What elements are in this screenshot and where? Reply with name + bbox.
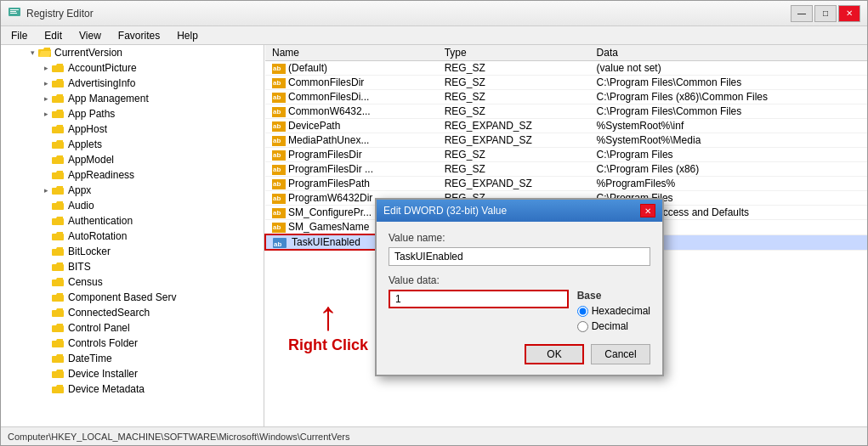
table-row[interactable]: MediaPathUnex... REG_EXPAND_SZ %SystemRo… [265, 133, 867, 148]
svg-rect-44 [52, 341, 64, 347]
tree-node-controlpanel[interactable]: Control Panel [1, 320, 264, 336]
tree-node-appreadiness[interactable]: AppReadiness [1, 167, 264, 183]
tree-label: AdvertisingInfo [68, 77, 135, 89]
tree-node-census[interactable]: Census [1, 274, 264, 290]
tree-label: Device Installer [68, 368, 138, 380]
svg-rect-3 [10, 13, 17, 14]
value-data-input[interactable] [389, 290, 569, 308]
svg-rect-48 [52, 371, 64, 378]
tree-node-appmodel[interactable]: AppModel [1, 152, 264, 167]
maximize-button[interactable]: □ [814, 5, 837, 22]
tree-label: Control Panel [68, 322, 130, 334]
hex-radio-label[interactable]: Hexadecimal [577, 305, 650, 317]
window-controls: — □ ✕ [791, 5, 860, 22]
svg-rect-16 [52, 127, 64, 133]
svg-marker-27 [52, 217, 63, 218]
svg-rect-38 [52, 295, 64, 302]
svg-rect-30 [52, 234, 64, 240]
reg-name: ProgramFilesDir [265, 148, 438, 162]
folder-icon [52, 246, 65, 257]
expand-arrow [40, 353, 52, 364]
expand-arrow [40, 93, 52, 104]
dialog-close-button[interactable]: ✕ [640, 204, 655, 217]
table-row[interactable]: CommonFilesDir REG_SZ C:\Program Files\C… [265, 76, 867, 90]
reg-data: (value not set) [590, 61, 867, 76]
dec-radio[interactable] [577, 321, 588, 332]
svg-rect-42 [52, 325, 64, 332]
status-text: Computer\HKEY_LOCAL_MACHINE\SOFTWARE\Mic… [8, 432, 349, 442]
base-label: Base [577, 290, 650, 302]
folder-icon [52, 215, 65, 227]
menu-favorites[interactable]: Favorites [111, 28, 167, 43]
base-group: Base Hexadecimal Decimal [577, 290, 650, 332]
svg-rect-46 [52, 356, 64, 363]
table-row[interactable]: ProgramFilesPath REG_EXPAND_SZ %ProgramF… [265, 177, 867, 191]
ok-button[interactable]: OK [525, 344, 584, 364]
dec-radio-label[interactable]: Decimal [577, 320, 650, 332]
tree-node-appx[interactable]: Appx [1, 183, 264, 198]
tree-node-appmanagement[interactable]: App Management [1, 91, 264, 106]
tree-node-apppaths[interactable]: App Paths [1, 106, 264, 121]
tree-label: Census [68, 276, 103, 288]
tree-node-deviceinstaller[interactable]: Device Installer [1, 366, 264, 381]
tree-label: AccountPicture [68, 62, 137, 74]
svg-marker-11 [52, 94, 63, 96]
tree-node-advertisinginfo[interactable]: AdvertisingInfo [1, 76, 264, 91]
tree-node-componentbased[interactable]: Component Based Serv [1, 290, 264, 305]
tree-node-audio[interactable]: Audio [1, 198, 264, 213]
table-row[interactable]: CommonW6432... REG_SZ C:\Program Files\C… [265, 104, 867, 119]
tree-node-applets[interactable]: Applets [1, 137, 264, 152]
close-button[interactable]: ✕ [838, 5, 860, 22]
expand-arrow [40, 261, 52, 273]
expand-arrow [40, 154, 52, 166]
tree-label: App Management [68, 93, 149, 104]
value-name-input[interactable] [389, 247, 650, 266]
folder-icon [52, 291, 65, 303]
svg-rect-18 [52, 142, 64, 149]
folder-icon [52, 383, 65, 395]
tree-node-controlsfolder[interactable]: Controls Folder [1, 336, 264, 351]
folder-icon [52, 200, 65, 212]
expand-arrow [40, 383, 52, 395]
tree-node-connectedsearch[interactable]: ConnectedSearch [1, 305, 264, 320]
hex-label: Hexadecimal [592, 305, 650, 317]
svg-rect-14 [52, 111, 64, 118]
menu-help[interactable]: Help [170, 28, 205, 43]
expand-arrow [40, 77, 52, 89]
hex-radio[interactable] [577, 306, 588, 317]
tree-node-authentication[interactable]: Authentication [1, 213, 264, 229]
tree-node-apphost[interactable]: AppHost [1, 121, 264, 137]
menu-file[interactable]: File [4, 28, 34, 43]
folder-open-icon [38, 47, 52, 59]
svg-rect-24 [52, 188, 64, 195]
folder-icon [52, 353, 65, 364]
tree-node-autorotation[interactable]: AutoRotation [1, 229, 264, 244]
tree-label: AppReadiness [68, 169, 134, 181]
dword-icon: ab [273, 238, 286, 248]
tree-node-bitlocker[interactable]: BitLocker [1, 244, 264, 259]
reg-data: %SystemRoot%\inf [590, 119, 867, 133]
svg-marker-43 [52, 339, 63, 341]
svg-rect-28 [52, 218, 64, 225]
tree-node-datetime[interactable]: DateTime [1, 351, 264, 366]
cancel-button[interactable]: Cancel [591, 344, 650, 364]
table-row[interactable]: ProgramFilesDir ... REG_SZ C:\Program Fi… [265, 162, 867, 177]
tree-node-bits[interactable]: BITS [1, 259, 264, 274]
tree-node-accountpicture[interactable]: AccountPicture [1, 60, 264, 76]
menu-view[interactable]: View [72, 28, 108, 43]
table-row[interactable]: (Default) REG_SZ (value not set) [265, 61, 867, 76]
tree-node-devicemetadata[interactable]: Device Metadata [1, 381, 264, 397]
table-row[interactable]: CommonFilesDi... REG_SZ C:\Program Files… [265, 90, 867, 104]
tree-node-currentversion[interactable]: CurrentVersion [1, 45, 264, 60]
dialog-title-text: Edit DWORD (32-bit) Value [383, 205, 507, 217]
expand-arrow [40, 230, 52, 242]
table-row[interactable]: DevicePath REG_EXPAND_SZ %SystemRoot%\in… [265, 119, 867, 133]
expand-arrow [40, 108, 52, 120]
tree-label: Device Metadata [68, 383, 145, 395]
table-row[interactable]: ProgramFilesDir REG_SZ C:\Program Files [265, 148, 867, 162]
tree-panel[interactable]: CurrentVersion AccountPicture Advertisin… [1, 45, 264, 426]
menu-edit[interactable]: Edit [37, 28, 69, 43]
value-data-row: Base Hexadecimal Decimal [389, 290, 650, 332]
expand-arrow [40, 337, 52, 349]
minimize-button[interactable]: — [791, 5, 813, 22]
